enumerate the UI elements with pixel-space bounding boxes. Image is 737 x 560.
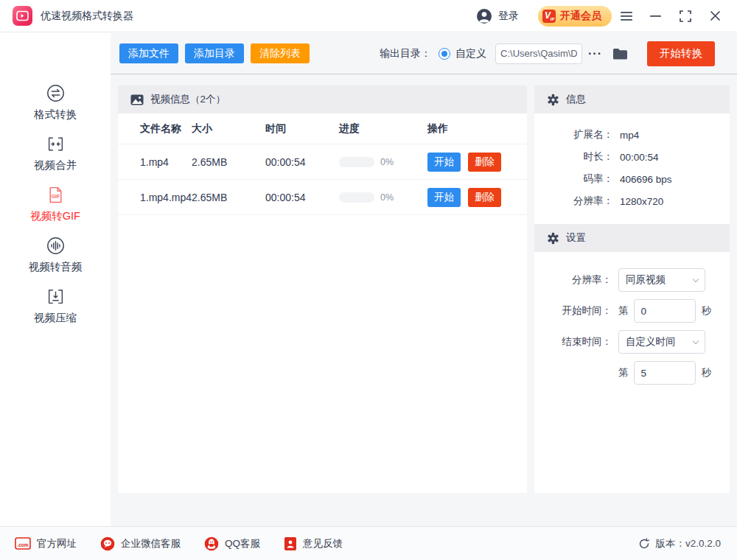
output-dir-label: 输出目录： [380,47,431,60]
titlebar: 优速视频格式转换器 登录 V IP 开通会员 [0,0,737,32]
official-site-link[interactable]: .com 官方网址 [15,537,77,550]
resolution-setting: 分辨率： 同原视频 [534,265,730,295]
vip-label: 开通会员 [560,10,601,23]
video-to-audio-icon [46,237,65,255]
info-field: 分辨率： 1280x720 [534,190,730,212]
end-time-input[interactable] [634,361,696,385]
menu-button[interactable] [612,0,641,32]
sidebar-item-video-to-audio[interactable]: 视频转音频 [0,230,111,281]
table-header: 文件名称 大小 时间 进度 操作 [118,113,527,144]
start-convert-button[interactable]: 开始转换 [647,41,715,66]
qq-support-link[interactable]: QQ客服 [204,536,260,551]
field-value: 1280x720 [620,196,663,207]
row-start-button[interactable]: 开始 [427,188,461,207]
feedback-icon [284,536,297,551]
add-dir-button[interactable]: 添加目录 [185,43,244,63]
video-compress-icon [46,287,65,306]
app-logo-icon [13,6,32,26]
table-row: 1.mp4 2.65MB 00:00:54 0% 开始 删除 [118,144,527,180]
field-label: 扩展名： [534,128,613,141]
login-button[interactable]: 登录 [476,8,519,24]
refresh-icon[interactable] [638,538,650,550]
start-suffix: 秒 [702,304,712,318]
sidebar-item-label: 视频压缩 [34,311,77,325]
info-fields: 扩展名： mp4 时长： 00:00:54 码率： 406696 bps 分辨率… [534,113,730,224]
minimize-button[interactable] [641,0,671,32]
footer-link-label: 企业微信客服 [121,537,181,550]
info-panel-title: 信息 [566,93,586,106]
field-value: 00:00:54 [620,152,659,163]
feedback-link[interactable]: 意见反馈 [284,536,343,551]
end-time-setting: 结束时间： 自定义时间 [534,326,730,357]
version-text: 版本：v2.0.2.0 [655,537,721,550]
version-info: 版本：v2.0.2.0 [638,537,721,550]
col-progress: 进度 [339,122,427,136]
minimize-icon [650,15,662,18]
open-folder-button[interactable] [612,47,628,60]
gear-icon [547,94,559,106]
setting-label: 开始时间： [534,304,612,318]
svg-text:.com: .com [17,542,28,547]
sidebar-item-label: 视频合并 [34,158,77,172]
website-icon: .com [15,537,31,550]
maximize-icon [680,10,691,22]
close-icon [710,10,721,21]
settings-panel-header: 设置 [534,224,730,252]
toolbar: 添加文件 添加目录 清除列表 输出目录： 自定义 ··· 开始转换 [111,33,737,74]
maximize-button[interactable] [671,0,700,32]
table-row: 1.mp4.mp4 2.65MB 00:00:54 0% 开始 删除 [118,180,527,215]
sidebar-item-video-merge[interactable]: 视频合并 [0,128,111,179]
footer-link-label: QQ客服 [225,537,260,550]
folder-icon [612,47,628,60]
info-panel-header: 信息 [534,85,730,113]
file-list-panel: 视频信息（2个） 文件名称 大小 时间 进度 操作 1.mp4 2.65MB 0… [118,85,527,493]
file-panel-header: 视频信息（2个） [118,85,527,113]
col-time: 时间 [265,122,339,136]
end-time-mode-select[interactable]: 自定义时间 [618,330,705,354]
output-path-input[interactable] [495,43,582,64]
sidebar-item-video-to-gif[interactable]: GIF 视频转GIF [0,179,111,230]
sidebar-item-video-compress[interactable]: 视频压缩 [0,281,111,332]
sidebar-item-format-convert[interactable]: 格式转换 [0,77,111,128]
info-field: 码率： 406696 bps [534,168,730,190]
add-file-button[interactable]: 添加文件 [119,43,178,63]
footer-link-label: 官方网址 [37,537,77,550]
custom-dir-label[interactable]: 自定义 [455,47,486,60]
app-title: 优速视频格式转换器 [41,10,133,23]
row-delete-button[interactable]: 删除 [468,153,501,172]
progress-text: 0% [380,192,394,203]
wecom-support-link[interactable]: 企业微信客服 [100,536,181,551]
start-time-setting: 开始时间： 第 秒 [534,295,730,326]
start-prefix: 第 [618,304,629,318]
cell-filename: 1.mp4 [118,156,192,168]
browse-more-button[interactable]: ··· [588,47,602,60]
gear-icon [547,232,559,245]
settings-panel-title: 设置 [566,231,586,245]
close-button[interactable] [700,0,730,32]
field-value: mp4 [620,130,639,141]
vip-icon: V IP [542,10,556,23]
row-delete-button[interactable]: 删除 [468,188,501,207]
main-content: 添加文件 添加目录 清除列表 输出目录： 自定义 ··· 开始转换 视频信息（2… [111,33,737,526]
field-value: 406696 bps [620,174,672,185]
chevron-down-icon [693,337,699,343]
cell-filename: 1.mp4.mp4 [118,192,192,203]
wecom-icon [100,536,115,551]
start-time-input[interactable] [634,299,696,323]
custom-dir-radio[interactable] [439,48,450,60]
video-merge-icon [46,135,65,153]
user-avatar-icon [476,8,492,24]
end-suffix: 秒 [702,366,712,379]
resolution-select[interactable]: 同原视频 [618,268,705,292]
progress-bar [339,157,374,167]
clear-list-button[interactable]: 清除列表 [251,43,310,63]
cell-size: 2.65MB [192,192,265,203]
info-field: 扩展名： mp4 [534,124,730,146]
row-start-button[interactable]: 开始 [427,153,461,172]
field-label: 时长： [534,150,613,164]
settings-fields: 分辨率： 同原视频 开始时间： 第 秒 结束时间： 自定义时间 [534,252,730,388]
sidebar-item-label: 视频转音频 [29,260,83,274]
file-panel-title: 视频信息（2个） [150,93,226,106]
open-vip-button[interactable]: V IP 开通会员 [538,6,612,27]
col-size: 大小 [192,122,265,136]
